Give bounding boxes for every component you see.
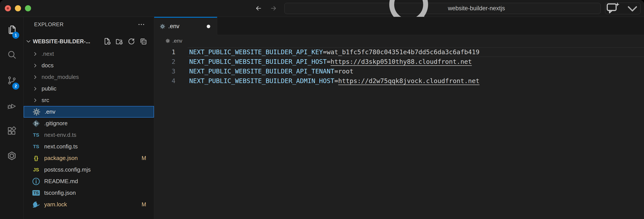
tab-label: .env: [168, 23, 180, 30]
sidebar-item-yarn-lock[interactable]: yarn.lock M: [24, 199, 154, 210]
env-value: wat_b1fc5fc780c04351e4b7dd5c6da3c6afb419: [327, 48, 480, 56]
sidebar-item-public[interactable]: public: [24, 83, 154, 94]
sidebar-item-postcss-config-mjs[interactable]: JS postcss.config.mjs: [24, 164, 154, 176]
activity-item-run-and-debug[interactable]: [3, 97, 20, 115]
code-area[interactable]: 1 NEXT_PUBLIC_WEBSITE_BUILDER_API_KEY=wa…: [154, 47, 644, 86]
forward-arrow-icon[interactable]: [268, 3, 278, 13]
chevron-right-icon[interactable]: [32, 86, 38, 92]
sidebar-item-next-env-d-ts[interactable]: TS next-env.d.ts: [24, 129, 154, 141]
new-file-button[interactable]: [103, 37, 111, 45]
env-key: NEXT_PUBLIC_WEBSITE_BUILDER_API_HOST: [189, 58, 327, 65]
git-modified-badge: M: [142, 155, 146, 161]
sidebar-item-gitignore[interactable]: .gitignore: [24, 118, 154, 129]
javascript-icon: JS: [32, 165, 41, 174]
activity-item-search[interactable]: [3, 46, 20, 63]
line-number: 3: [154, 67, 188, 75]
breadcrumb[interactable]: .env: [154, 35, 644, 47]
file-label: postcss.config.mjs: [44, 166, 90, 173]
minimize-button[interactable]: [15, 5, 21, 11]
breadcrumb-label: .env: [172, 38, 182, 44]
yarn-icon: [32, 200, 41, 209]
tab-env[interactable]: .env: [154, 17, 217, 35]
file-label: next-env.d.ts: [44, 132, 76, 138]
explorer-sidebar: EXPLORER WEBSITE-BUILDER-... .next docs …: [24, 17, 154, 219]
file-label: .next: [42, 50, 54, 57]
command-center-search[interactable]: website-builder-nextjs: [284, 3, 601, 14]
badge-count: 2: [12, 83, 19, 90]
run-debug-icon: [7, 101, 17, 111]
extensions-icon: [7, 126, 17, 136]
close-button[interactable]: [5, 5, 11, 11]
chevron-right-icon[interactable]: [32, 51, 38, 57]
activity-item-extensions[interactable]: [3, 122, 20, 140]
collapse-all-button[interactable]: [139, 37, 148, 45]
chevron-right-icon[interactable]: [32, 74, 38, 80]
file-label: tsconfig.json: [44, 190, 76, 196]
activity-item-hexagon-extension[interactable]: [3, 147, 20, 165]
activity-bar: 1 2: [0, 17, 24, 219]
gear-icon: [165, 38, 170, 43]
line-number: 1: [154, 48, 188, 56]
equals-sign: =: [334, 67, 338, 75]
file-label: yarn.lock: [44, 201, 67, 208]
folder-section-header[interactable]: WEBSITE-BUILDER-...: [24, 36, 154, 46]
refresh-button[interactable]: [127, 37, 136, 45]
copilot-chat-icon: [605, 1, 621, 16]
file-label: node_modules: [42, 74, 79, 80]
code-line[interactable]: 3 NEXT_PUBLIC_WEBSITE_BUILDER_API_TENANT…: [154, 66, 644, 76]
sidebar-item-docs[interactable]: docs: [24, 60, 154, 71]
env-key: NEXT_PUBLIC_WEBSITE_BUILDER_ADMIN_HOST: [189, 77, 334, 85]
activity-item-explorer[interactable]: 1: [3, 21, 20, 38]
tab-bar: .env: [154, 17, 644, 35]
modified-dot-icon[interactable]: [207, 25, 210, 28]
badge-count: 1: [12, 32, 19, 39]
chevron-right-icon[interactable]: [32, 63, 38, 68]
file-tree: .next docs node_modules public src .env …: [24, 48, 154, 210]
sidebar-item-next[interactable]: .next: [24, 48, 154, 60]
env-value-url[interactable]: https://d2w75qqk8jvock.cloudfront.net: [338, 77, 480, 85]
more-actions-icon[interactable]: [138, 20, 145, 28]
hexagon-extension-icon: [7, 151, 17, 161]
back-arrow-icon[interactable]: [254, 3, 264, 13]
git-icon: [32, 119, 41, 128]
tsconfig-icon: TS: [32, 188, 41, 198]
activity-item-source-control[interactable]: 2: [3, 72, 20, 89]
zoom-button[interactable]: [25, 5, 31, 11]
title-bar: website-builder-nextjs: [0, 0, 644, 17]
git-modified-badge: M: [142, 201, 146, 208]
equals-sign: =: [327, 58, 330, 65]
search-query-text: website-builder-nextjs: [448, 5, 505, 12]
gear-icon: [160, 23, 166, 29]
file-label: docs: [42, 62, 54, 69]
sidebar-item-src[interactable]: src: [24, 94, 154, 106]
typescript-icon: TS: [32, 131, 41, 140]
sidebar-item-package-json[interactable]: {} package.json M: [24, 152, 154, 164]
code-line[interactable]: 2 NEXT_PUBLIC_WEBSITE_BUILDER_API_HOST=h…: [154, 57, 644, 66]
project-folder-label: WEBSITE-BUILDER-...: [33, 38, 90, 45]
chevron-right-icon[interactable]: [32, 97, 38, 103]
explorer-title-label: EXPLORER: [34, 21, 64, 27]
new-folder-button[interactable]: [115, 37, 124, 45]
gear-icon: [32, 107, 41, 117]
copilot-chat-button[interactable]: [605, 3, 640, 14]
file-label: next.config.ts: [44, 143, 78, 150]
chevron-down-icon[interactable]: [624, 1, 640, 16]
vscode-window: website-builder-nextjs 1 2 EXPLORER WEBS…: [0, 0, 644, 219]
sidebar-item-node-modules[interactable]: node_modules: [24, 71, 154, 83]
env-key: NEXT_PUBLIC_WEBSITE_BUILDER_API_TENANT: [189, 67, 334, 75]
sidebar-item-next-config-ts[interactable]: TS next.config.ts: [24, 141, 154, 152]
env-value-url[interactable]: https://d3skp0510thy88.cloudfront.net: [330, 58, 472, 65]
file-label: public: [42, 85, 56, 92]
chevron-down-icon[interactable]: [26, 38, 32, 44]
sidebar-item-env[interactable]: .env: [24, 106, 154, 118]
code-line[interactable]: 4 NEXT_PUBLIC_WEBSITE_BUILDER_ADMIN_HOST…: [154, 76, 644, 86]
file-label: src: [42, 97, 49, 104]
env-value: root: [338, 67, 354, 75]
sidebar-item-tsconfig-json[interactable]: TS tsconfig.json: [24, 187, 154, 199]
json-braces-icon: {}: [32, 154, 41, 163]
file-label: .env: [44, 108, 55, 115]
line-number: 2: [154, 58, 188, 65]
sidebar-item-readme-md[interactable]: README.md: [24, 176, 154, 187]
explorer-header: EXPLORER: [24, 17, 154, 32]
code-line[interactable]: 1 NEXT_PUBLIC_WEBSITE_BUILDER_API_KEY=wa…: [154, 47, 644, 57]
